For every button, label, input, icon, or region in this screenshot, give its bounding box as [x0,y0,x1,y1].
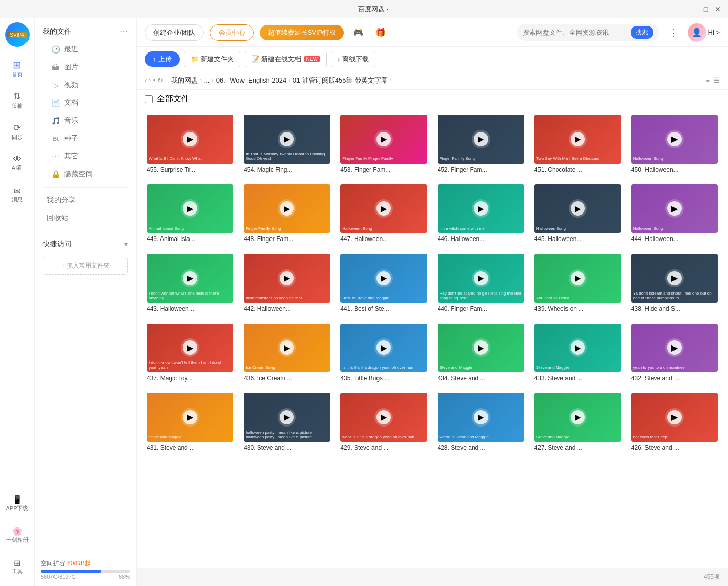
file-item[interactable]: what is it it's a dragon yeah oh over hu… [338,391,429,455]
play-button[interactable]: ▶ [667,201,682,216]
breadcrumb-root[interactable]: 我的网盘 [171,76,198,85]
file-item[interactable]: yeah to you to u oh nominee ▶ 432. Steve… [629,322,720,385]
select-all-checkbox[interactable] [145,95,153,103]
file-item[interactable]: Halloween Song ▶ 450. Halloween... [629,113,720,176]
game-icon-button[interactable]: 🎮 [350,24,366,41]
nav-videos[interactable]: ▷ 视频 [39,76,132,94]
storage-price-label[interactable]: ¥0/GB起 [67,559,91,568]
play-button[interactable]: ▶ [571,271,585,285]
file-item[interactable]: Ya don't scream and shout I feel one out… [629,252,720,315]
file-item[interactable]: halloween party I mean like a picture ha… [241,391,332,455]
file-item[interactable]: Steve and Maggie ▶ 434. Steve and ... [436,322,526,385]
sidebar-item-home[interactable]: ⊞ 首页 [2,53,33,84]
play-button[interactable]: ▶ [571,132,585,146]
sidebar-item-tools[interactable]: ⊞ 工具 [2,551,33,582]
play-button[interactable]: ▶ [667,410,682,424]
sidebar-item-sync[interactable]: ⟳ 同步 [2,116,33,147]
create-team-button[interactable]: 创建企业/团队 [145,24,204,41]
play-button[interactable]: ▶ [474,271,488,285]
new-folder-button[interactable]: 📁 新建文件夹 [184,51,240,67]
play-button[interactable]: ▶ [183,132,197,146]
play-button[interactable]: ▶ [376,132,391,146]
file-item[interactable]: Hey don't be scared no go I let's sing t… [436,252,526,315]
play-button[interactable]: ▶ [667,271,682,285]
play-button[interactable]: ▶ [376,340,391,355]
nav-docs[interactable]: 📄 文档 [39,94,132,112]
file-item[interactable]: Finger Family Song ▶ 452. Finger Fam... [436,113,526,176]
vip-center-button[interactable]: 会员中心 [210,24,254,41]
file-item[interactable]: Halloween Song ▶ 445. Halloween... [532,182,623,246]
file-item[interactable]: Finger Family Song ▶ 448. Finger Fam... [241,182,332,246]
view-toggle-2[interactable]: ☰ [714,76,720,84]
minimize-button[interactable]: — [689,5,697,13]
file-item[interactable]: What Is It I Didn't Know What ▶ 455. Sur… [145,113,235,176]
file-item[interactable]: not even that Beep! ▶ 426. Steve and ... [629,391,720,455]
play-button[interactable]: ▶ [667,340,682,355]
play-button[interactable]: ▶ [280,340,294,355]
nav-pictures[interactable]: 🏔 图片 [39,59,132,76]
file-item[interactable]: Best of Steve and Maggie ▶ 441. Best of … [338,252,429,315]
gift-icon-button[interactable]: 🎁 [372,24,389,41]
nav-hidden[interactable]: 🔒 隐藏空间 [39,166,132,183]
file-item[interactable]: Finger Family Finger Family ▶ 453. Finge… [338,113,429,176]
play-button[interactable]: ▶ [474,201,488,216]
file-item[interactable]: hello monsters oh yeah it's that ▶ 442. … [241,252,332,315]
play-button[interactable]: ▶ [280,132,294,146]
sidebar-item-transfer[interactable]: ⇅ 传输 [2,85,33,115]
file-item[interactable]: You can! You can! ▶ 439. Wheels on ... [532,252,623,315]
file-item[interactable]: In That Is Mommy Twenty Donut to Cooking… [241,113,332,176]
nav-dot-button[interactable]: • [153,76,156,84]
file-item[interactable]: Steve and Maggie ▶ 427. Steve and ... [532,391,623,455]
avatar[interactable]: SVIP4 [5,22,30,47]
breadcrumb-ellipsis[interactable]: ... [204,76,210,84]
nav-forward-button[interactable]: › [149,76,151,84]
play-button[interactable]: ▶ [280,271,294,285]
play-button[interactable]: ▶ [183,201,197,216]
upload-button[interactable]: ↑ 上传 [145,51,180,67]
file-item[interactable]: Steve and Maggie ▶ 433. Steve and ... [532,322,623,385]
my-files-more-icon[interactable]: ⋯ [120,26,128,36]
vip-promo-button[interactable]: 超值续费延长SVIP特权 [260,25,344,40]
file-item[interactable]: I don't know I won't tell them I am I do… [145,322,235,385]
new-online-button[interactable]: 📝 新建在线文档 NEW [245,51,327,67]
file-item[interactable]: Halloween Song ▶ 444. Halloween... [629,182,720,246]
quick-access-collapse-icon[interactable]: ▾ [124,240,128,248]
file-item[interactable]: I don't wonder what's she hello is there… [145,252,235,315]
play-button[interactable]: ▶ [474,410,488,424]
search-button[interactable]: 搜索 [631,26,653,39]
more-menu-button[interactable]: ⋮ [665,24,682,41]
play-button[interactable]: ▶ [183,340,197,355]
play-button[interactable]: ▶ [183,410,197,424]
nav-share[interactable]: 我的分享 [39,192,132,209]
play-button[interactable]: ▶ [280,201,294,216]
offline-download-button[interactable]: ↓ 离线下载 [331,51,376,67]
nav-music[interactable]: 🎵 音乐 [39,112,132,129]
sidebar-item-ai[interactable]: 👁 AI看 [2,148,33,178]
play-button[interactable]: ▶ [571,410,585,424]
view-toggle-1[interactable]: ≡ [706,76,710,84]
nav-recent[interactable]: 🕐 最近 [39,41,132,58]
nav-others[interactable]: ⋯ 其它 [39,148,132,165]
play-button[interactable]: ▶ [474,340,488,355]
play-button[interactable]: ▶ [376,201,391,216]
user-profile[interactable]: 👤 Hi > [688,23,720,42]
file-item[interactable]: I'm a witch come with me ▶ 446. Hallowee… [436,182,526,246]
file-item[interactable]: Halloween Song ▶ 447. Halloween... [338,182,429,246]
play-button[interactable]: ▶ [571,201,585,216]
nav-bt[interactable]: Bt 种子 [39,130,132,147]
nav-recycle[interactable]: 回收站 [39,209,132,227]
search-input[interactable] [523,29,631,36]
add-quick-button[interactable]: + 拖入常用文件夹 [43,257,128,275]
file-item[interactable]: where is Steve and Maggie ▶ 428. Steve a… [436,391,526,455]
file-item[interactable]: Animal Island Song ▶ 449. Animal Isla... [145,182,235,246]
sidebar-item-message[interactable]: ✉ 消息 [2,179,33,210]
play-button[interactable]: ▶ [474,132,488,146]
file-item[interactable]: Ice Cream Song ▶ 436. Ice Cream ... [241,322,332,385]
play-button[interactable]: ▶ [571,340,585,355]
sidebar-item-moment[interactable]: 🌸 一刻相册 [2,520,33,550]
play-button[interactable]: ▶ [280,410,294,424]
play-button[interactable]: ▶ [183,271,197,285]
file-item[interactable]: Steve and Maggie ▶ 431. Steve and ... [145,391,235,455]
nav-refresh-button[interactable]: ↻ [157,76,163,84]
file-item[interactable]: Two Say With Me I See a Dinosaur ▶ 451. … [532,113,623,176]
